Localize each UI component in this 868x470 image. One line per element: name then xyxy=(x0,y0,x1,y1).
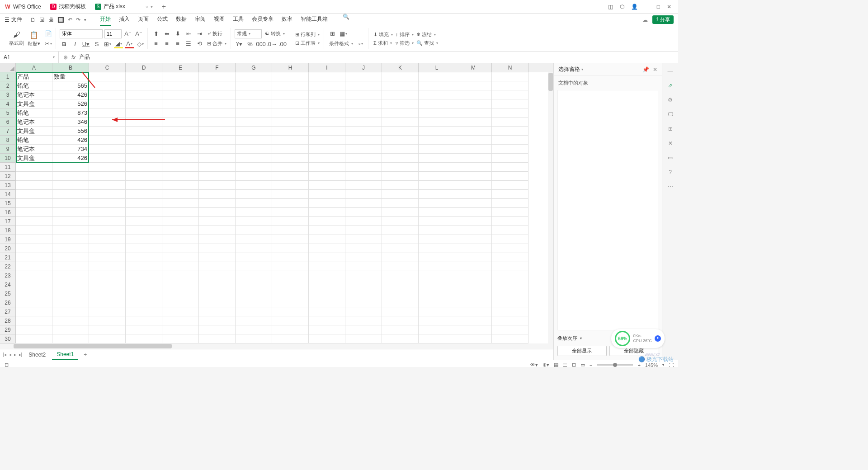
cell[interactable] xyxy=(382,271,419,280)
cell[interactable] xyxy=(126,199,162,208)
cell[interactable] xyxy=(126,235,162,244)
user-avatar-icon[interactable]: 👤 xyxy=(631,4,638,10)
cell[interactable] xyxy=(89,90,126,99)
cell[interactable] xyxy=(236,208,272,217)
cell[interactable] xyxy=(272,262,309,271)
cell[interactable] xyxy=(419,217,455,226)
row-head[interactable]: 19 xyxy=(0,235,16,244)
cell[interactable] xyxy=(309,190,345,199)
cell[interactable] xyxy=(419,163,455,172)
col-head-N[interactable]: N xyxy=(492,63,528,72)
cell[interactable] xyxy=(455,90,492,99)
cell[interactable] xyxy=(272,325,309,334)
cell[interactable] xyxy=(309,316,345,325)
increase-decimal-icon[interactable]: .0→ xyxy=(267,40,276,48)
save-icon[interactable]: 🖫 xyxy=(39,17,45,23)
cell[interactable]: 笔记本 xyxy=(16,90,52,99)
cell[interactable] xyxy=(126,262,162,271)
cell[interactable] xyxy=(272,226,309,235)
sheet-tab-sheet2[interactable]: Sheet2 xyxy=(24,350,50,359)
tab-options-icon[interactable]: ○ xyxy=(146,4,148,9)
sort-button[interactable]: ↕排序 xyxy=(394,31,415,38)
cell[interactable] xyxy=(455,190,492,199)
cell[interactable] xyxy=(52,217,89,226)
row-head[interactable]: 17 xyxy=(0,217,16,226)
select-tool-icon[interactable]: ⬀ xyxy=(668,82,673,89)
cell[interactable] xyxy=(236,127,272,136)
name-box[interactable]: A1 xyxy=(0,52,59,63)
percent-icon[interactable]: % xyxy=(245,40,255,48)
col-head-C[interactable]: C xyxy=(89,63,126,72)
cell[interactable] xyxy=(309,334,345,343)
cell[interactable] xyxy=(419,244,455,253)
cell[interactable] xyxy=(236,298,272,307)
cell[interactable] xyxy=(455,118,492,127)
cell[interactable] xyxy=(162,136,199,145)
col-head-A[interactable]: A xyxy=(16,63,52,72)
cell[interactable] xyxy=(89,108,126,118)
cell[interactable] xyxy=(236,72,272,81)
merge-button[interactable]: ⊟合并 xyxy=(206,40,228,47)
qat-dropdown-icon[interactable]: ▾ xyxy=(84,18,86,22)
cell[interactable] xyxy=(89,217,126,226)
filter-button[interactable]: ▿筛选 xyxy=(394,40,415,47)
cell[interactable] xyxy=(492,145,528,154)
align-right-icon[interactable]: ≡ xyxy=(173,40,182,48)
row-head[interactable]: 23 xyxy=(0,271,16,280)
cell[interactable] xyxy=(16,235,52,244)
cell[interactable] xyxy=(236,334,272,343)
cell[interactable] xyxy=(419,307,455,316)
view-fullscreen-icon[interactable]: ▭ xyxy=(580,362,585,367)
cell[interactable] xyxy=(236,325,272,334)
gallery-tool-icon[interactable]: ⊞ xyxy=(668,126,673,132)
cell[interactable] xyxy=(16,298,52,307)
cell[interactable] xyxy=(89,118,126,127)
cell[interactable] xyxy=(419,145,455,154)
cell[interactable] xyxy=(16,262,52,271)
font-color-button[interactable]: A xyxy=(125,40,134,48)
cell[interactable] xyxy=(382,199,419,208)
font-size-select[interactable] xyxy=(104,29,122,38)
cell[interactable] xyxy=(382,108,419,118)
cell[interactable] xyxy=(199,172,236,181)
cell[interactable] xyxy=(382,118,419,127)
cell[interactable] xyxy=(272,181,309,190)
number-format-select[interactable]: 常规 xyxy=(235,29,262,38)
pane-title[interactable]: 选择窗格 xyxy=(558,66,583,73)
paste-button[interactable]: 📋粘贴▾ xyxy=(26,31,42,47)
cell[interactable] xyxy=(16,208,52,217)
cell[interactable] xyxy=(272,235,309,244)
cell[interactable] xyxy=(199,316,236,325)
help-icon[interactable]: ? xyxy=(669,169,672,175)
underline-button[interactable]: U▾ xyxy=(81,40,90,48)
row-head[interactable]: 1 xyxy=(0,72,16,81)
tab-insert[interactable]: 插入 xyxy=(119,14,130,26)
cell[interactable] xyxy=(382,208,419,217)
cell[interactable] xyxy=(419,136,455,145)
cell[interactable] xyxy=(199,127,236,136)
cell[interactable] xyxy=(345,136,382,145)
cell[interactable] xyxy=(162,90,199,99)
cell[interactable] xyxy=(382,280,419,289)
zoom-out-button[interactable]: − xyxy=(590,362,592,367)
collapse-icon[interactable]: — xyxy=(668,68,673,74)
eye-icon[interactable]: 👁▾ xyxy=(530,362,538,367)
cell[interactable] xyxy=(492,271,528,280)
cell[interactable] xyxy=(382,289,419,298)
cell[interactable] xyxy=(345,307,382,316)
cell[interactable] xyxy=(16,280,52,289)
row-head[interactable]: 8 xyxy=(0,136,16,145)
cut-icon[interactable]: ✂ xyxy=(44,40,53,48)
tools-icon[interactable]: ✕ xyxy=(668,140,673,146)
cell[interactable] xyxy=(272,199,309,208)
cell[interactable] xyxy=(52,298,89,307)
cell[interactable] xyxy=(199,208,236,217)
cell[interactable] xyxy=(199,244,236,253)
col-head-D[interactable]: D xyxy=(126,63,162,72)
cell[interactable] xyxy=(52,325,89,334)
cell[interactable] xyxy=(199,253,236,262)
cell[interactable] xyxy=(236,226,272,235)
cell[interactable] xyxy=(492,244,528,253)
cell[interactable] xyxy=(126,271,162,280)
col-head-I[interactable]: I xyxy=(309,63,345,72)
